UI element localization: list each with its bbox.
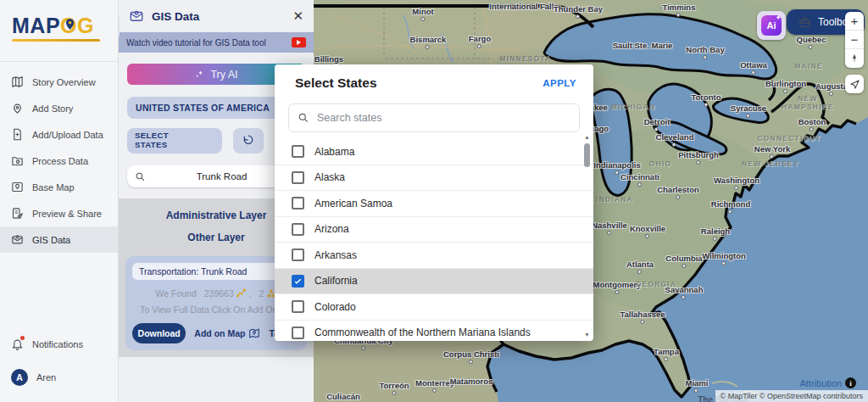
sparkle-icon: ✦ xyxy=(776,14,781,21)
sidebar-item-base-map[interactable]: Base Map xyxy=(0,174,118,200)
notification-badge xyxy=(20,336,25,340)
download-button[interactable]: Download xyxy=(132,323,186,343)
gis-panel-icon xyxy=(129,8,144,24)
sidebar-item-add-upload-data[interactable]: Add/Upload Data xyxy=(0,121,118,148)
user-menu[interactable]: A Aren xyxy=(0,364,118,390)
modal-scrollbar[interactable]: ▲ ▼ xyxy=(582,134,592,338)
sidebar-item-label: GIS Data xyxy=(32,235,70,245)
sidebar-item-label: Base Map xyxy=(32,182,75,193)
apply-button[interactable]: APPLY xyxy=(542,78,576,88)
divider xyxy=(0,61,118,62)
logo-pin-icon xyxy=(65,19,75,34)
states-search-box xyxy=(288,103,580,132)
briefcase-icon xyxy=(798,16,811,29)
panel-title: GIS Data xyxy=(152,10,285,23)
state-checkbox[interactable] xyxy=(292,248,304,261)
youtube-icon xyxy=(292,37,306,47)
notifications-button[interactable]: Notifications xyxy=(0,331,118,357)
video-tutorial-bar[interactable]: Watch video tutorial for GIS Data tool xyxy=(119,32,314,53)
sidebar-item-process-data[interactable]: Process Data xyxy=(0,148,118,174)
state-label: Alabama xyxy=(314,146,354,158)
scroll-up-icon[interactable]: ▲ xyxy=(583,134,591,140)
state-row-arizona[interactable]: Arizona xyxy=(275,217,593,243)
sidebar-item-gis-data[interactable]: GIS Data xyxy=(0,226,118,253)
zoom-controls: + − xyxy=(845,12,864,68)
state-checkbox[interactable] xyxy=(292,197,304,209)
avatar: A xyxy=(11,369,28,386)
bell-icon xyxy=(11,338,24,350)
sidebar: MAPOG Story OverviewAdd StoryAdd/Upload … xyxy=(0,0,119,402)
logo-underline xyxy=(12,39,100,42)
state-label: Colorado xyxy=(314,301,356,313)
upload-file-icon xyxy=(11,128,24,141)
sidebar-item-label: Preview & Share xyxy=(32,209,102,219)
state-checkbox[interactable] xyxy=(292,171,304,184)
zoom-in-button[interactable]: + xyxy=(845,12,864,31)
scrollbar-thumb[interactable] xyxy=(584,143,590,167)
compass-button[interactable] xyxy=(845,49,864,68)
state-row-alabama[interactable]: Alabama xyxy=(275,139,593,165)
ai-icon: Ai✦ xyxy=(761,15,782,36)
state-checkbox[interactable] xyxy=(292,300,304,313)
process-folder-gear-icon xyxy=(11,154,24,167)
mapog-logo[interactable]: MAPOG xyxy=(0,0,118,58)
story-overview-icon xyxy=(11,75,24,88)
state-checkbox[interactable] xyxy=(292,275,304,288)
info-icon: i xyxy=(845,377,856,388)
search-icon xyxy=(298,112,309,124)
state-row-california[interactable]: California xyxy=(275,269,593,295)
map-credits: © MapTiler © OpenStreetMap contributors xyxy=(715,390,868,402)
state-row-alaska[interactable]: Alaska xyxy=(275,165,593,192)
reset-button[interactable] xyxy=(233,128,264,154)
undo-icon xyxy=(242,135,254,147)
states-list: AlabamaAlaskaAmerican SamoaArizonaArkans… xyxy=(275,139,593,341)
states-search-input[interactable] xyxy=(317,112,570,124)
sidebar-item-preview-share[interactable]: Preview & Share xyxy=(0,200,118,226)
ai-tools-button[interactable]: Ai✦ xyxy=(757,11,786,40)
scroll-down-icon[interactable]: ▼ xyxy=(583,332,591,338)
polyline-count-icon xyxy=(236,288,247,299)
add-story-pin-icon xyxy=(11,102,24,114)
state-checkbox[interactable] xyxy=(292,223,304,236)
state-row-commonwealth-of-the-northern-mariana-islands[interactable]: Commonwealth of the Northern Mariana Isl… xyxy=(275,321,593,342)
sidebar-item-story-overview[interactable]: Story Overview xyxy=(0,69,118,95)
attribution-link[interactable]: Attribution i xyxy=(799,377,856,388)
state-row-arkansas[interactable]: Arkansas xyxy=(275,243,593,269)
locate-button[interactable] xyxy=(845,75,864,93)
state-checkbox[interactable] xyxy=(292,327,304,339)
sidebar-item-label: Story Overview xyxy=(32,77,96,87)
state-row-colorado[interactable]: Colorado xyxy=(275,294,593,321)
select-states-button[interactable]: SELECT STATES xyxy=(127,128,222,154)
add-on-map-icon xyxy=(248,327,260,339)
sidebar-item-add-story[interactable]: Add Story xyxy=(0,95,118,121)
close-icon[interactable]: ✕ xyxy=(292,8,303,24)
gis-data-icon xyxy=(11,233,24,246)
state-label: Alaska xyxy=(314,171,345,183)
sidebar-item-label: Process Data xyxy=(32,156,88,166)
search-icon xyxy=(135,171,146,182)
state-label: California xyxy=(314,275,358,287)
state-label: Arizona xyxy=(314,223,349,235)
modal-title: Select States xyxy=(295,75,542,91)
sidebar-item-label: Add Story xyxy=(32,103,73,114)
state-label: American Samoa xyxy=(314,198,392,209)
state-row-american-samoa[interactable]: American Samoa xyxy=(275,191,593,217)
state-label: Commonwealth of the Northern Mariana Isl… xyxy=(314,327,531,338)
add-on-map-button[interactable]: Add on Map xyxy=(194,327,260,339)
base-map-icon xyxy=(11,181,24,193)
sparkle-icon xyxy=(194,69,205,80)
state-label: Arkansas xyxy=(314,249,357,261)
sidebar-nav: Story OverviewAdd StoryAdd/Upload DataPr… xyxy=(0,69,118,253)
zoom-out-button[interactable]: − xyxy=(845,31,864,49)
preview-share-icon xyxy=(11,207,24,220)
select-states-modal: Select States APPLY AlabamaAlaskaAmerica… xyxy=(275,64,593,341)
sidebar-item-label: Add/Upload Data xyxy=(32,130,103,140)
state-checkbox[interactable] xyxy=(292,145,304,158)
